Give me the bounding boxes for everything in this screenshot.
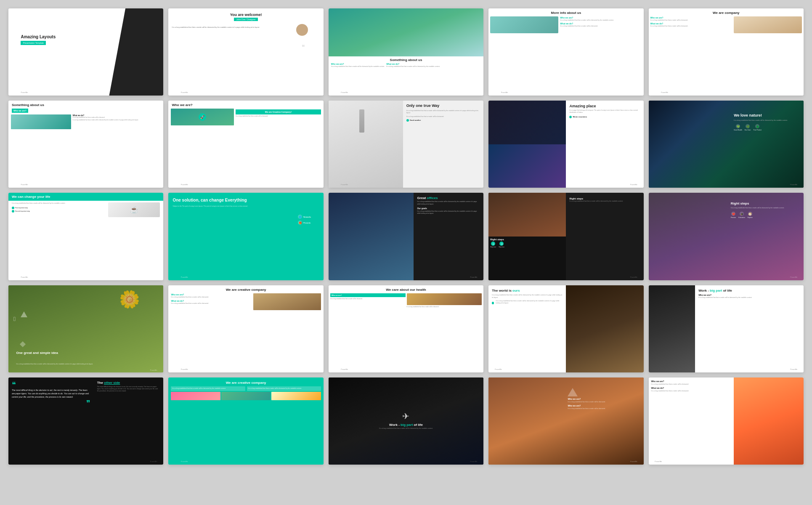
slide-7-image: 🚀	[171, 109, 234, 125]
slide-17-footer: PowerMe	[181, 368, 188, 370]
slide-24-text2: It is a long established fact that a rea…	[568, 408, 634, 410]
education-icon: 🎓	[740, 212, 744, 216]
slide-3-image	[329, 8, 483, 56]
slide-25-layout: Who we are? It is a long established fac…	[649, 377, 804, 465]
slide-5-text: Who we are? It is a long established fac…	[650, 16, 732, 33]
slide-6-text1: It is a long established fact that a rea…	[73, 119, 161, 121]
slide-11-text1: It is a long established fact that a rea…	[12, 202, 106, 205]
slide-10-icons: 💚 Good Health 🌿 Eco Care 🌲 Tree Protect	[734, 124, 796, 131]
slide-17-left: Who we are? It is a long established fac…	[171, 293, 252, 310]
slide-8-icon1: Good weather	[410, 119, 421, 121]
slide-9-title: Amazing place	[569, 104, 640, 108]
slide-20-title: Work - big part of life	[698, 289, 800, 293]
slide-15-icons: ❤️ Passion 🎓 Education 🧭 Explore	[731, 212, 796, 218]
slide-23-title: Work - big part of life	[389, 423, 423, 427]
slide-10-content: We love nature! It is a long established…	[734, 114, 796, 131]
slide-19: The world is ours It is a long establish…	[488, 285, 643, 372]
slide-10-icon3-item: 🌲 Tree Protect	[753, 124, 761, 131]
slide-15-text1: It is a long established fact that a rea…	[731, 207, 796, 209]
slide-11-image: ☕	[108, 202, 160, 217]
slide-1-footer: PowerMe	[21, 91, 28, 93]
slide-6-footer: PowerMe	[21, 183, 28, 186]
slide-8-bg	[329, 101, 403, 188]
slide-13-right: Great offices It is a long established f…	[414, 193, 483, 280]
slide-5: We are company Who we are? It is a long …	[649, 8, 804, 96]
slide-14-footer: PowerMe	[630, 276, 637, 278]
slide-14-top-image	[488, 193, 566, 237]
slide-1-content: Amazing Layouts Presentation Template	[21, 35, 56, 45]
slide-6-layout: What we do? It is a long established fac…	[8, 114, 163, 129]
quote-open-icon: ❝	[12, 381, 90, 388]
slide-15-icon2-item: 🎓 Education	[738, 212, 745, 218]
black-bar	[109, 8, 163, 96]
slide-12-content: One solution, can change Everything Subj…	[168, 193, 323, 213]
slide-23-content: ✈ Work - big part of life It is a long e…	[329, 377, 483, 465]
slide-6-green-label: Who we are?	[12, 109, 28, 113]
slide-8: Only one true Way It is a long establish…	[329, 101, 483, 188]
slide-12-title: One solution, can change Everything	[172, 198, 319, 203]
slide-11-title: We can change your life	[12, 195, 160, 199]
slide-18-layout: Who we are? It is a long established fac…	[329, 293, 483, 308]
slide-9-text1: It is a page that belongs all its layout…	[569, 109, 640, 114]
slide-10: We love nature! It is a long established…	[649, 101, 804, 188]
slide-4-label2: What we do?	[560, 22, 642, 25]
slide-15-icon1-item: ❤️ Passion	[731, 212, 736, 218]
slide-20-image	[649, 285, 695, 372]
slide-15-icon2: Education	[738, 217, 745, 218]
slide-16-title: One great and simple idea	[16, 351, 58, 355]
slide-14-step2-label: Step two	[499, 246, 504, 248]
explore-icon: 🧭	[748, 212, 752, 216]
slide-17-text2: It is a long established fact that a rea…	[171, 303, 252, 305]
slide-15-icon1: Passion	[731, 217, 736, 218]
slide-20-highlight: big part	[710, 289, 722, 292]
slide-24-footer: PowerMe	[630, 460, 637, 462]
slide-11-body: It is a long established fact that a rea…	[8, 201, 163, 219]
slide-11-step1: First important step	[12, 207, 106, 209]
slide-21-title: The other side	[97, 381, 160, 385]
slide-9-left	[488, 101, 566, 188]
left-icon: ▯	[13, 316, 16, 322]
avatar	[296, 24, 308, 36]
rocket-icon: 🚀	[200, 115, 204, 119]
slide-13-image	[329, 193, 414, 280]
slide-15-icon3-item: 🧭 Explore	[748, 212, 753, 218]
slide-7-footer: PowerMe	[181, 183, 188, 186]
slide-5-text2: It is a long established fact that a rea…	[650, 25, 732, 27]
slide-24-label1: Who we are?	[568, 398, 634, 400]
slide-13-goals: Our goals	[417, 207, 480, 210]
slide-3-col1: Who we are? It is a long established fac…	[331, 63, 385, 68]
slide-17-label2: What we do?	[171, 300, 252, 302]
slide-15-icon3: Explore	[748, 217, 753, 218]
slide-21: ❝ The most difficult thing is the decisi…	[8, 377, 163, 465]
slide-22-flower-image	[171, 392, 220, 400]
slide-10-icon3: Tree Protect	[753, 129, 761, 131]
slide-25-text1: It is a long established fact that a rea…	[651, 383, 732, 385]
slide-9-footer: PowerMe	[630, 183, 637, 186]
slide-22-col2: It is a long established fact that a rea…	[247, 386, 321, 391]
triangle-icon	[21, 311, 27, 317]
slide-20-text1: It is a long established fact that a rea…	[698, 297, 800, 299]
eco-icon: 🌿	[746, 124, 750, 128]
slide-3-label1: Who we are?	[331, 63, 385, 65]
slide-4-text: Who we are? It is a long established fac…	[560, 16, 642, 33]
slide-18: We care about our health Who we are? It …	[329, 285, 483, 372]
health-icon: 💚	[736, 124, 740, 128]
slide-7-company: We are Creative Company!	[236, 109, 321, 114]
slide-5-label2: What we do?	[650, 22, 732, 25]
step1-dot-icon	[12, 207, 14, 209]
slide-4-title: More info about us	[488, 8, 643, 16]
slide-14-title: Right steps	[569, 197, 640, 200]
slide-14-steps: ① Step one ② Step two	[490, 242, 564, 248]
slide-5-image	[734, 16, 802, 33]
slide-7-text: We are Creative Company! It is a long es…	[236, 109, 321, 125]
slide-12-icon2-row: 🎁 Presents	[298, 221, 311, 225]
slide-22-images	[171, 392, 321, 400]
slide-22-text2: It is a long established fact that a rea…	[248, 388, 320, 390]
slide-20-label1: Who we are?	[698, 294, 800, 296]
slide-13-text2: It is a long established fact that a rea…	[417, 210, 480, 215]
slide-19-text2: It is a long established fact that a rea…	[496, 300, 563, 305]
quote-mark-icon: ❝	[302, 43, 305, 50]
slide-8-text1: It is a long established fact that a rea…	[406, 110, 480, 114]
slide-22-text1: It is a long established fact that a rea…	[172, 388, 244, 390]
slide-8-icon-row: Good weather	[406, 119, 480, 122]
